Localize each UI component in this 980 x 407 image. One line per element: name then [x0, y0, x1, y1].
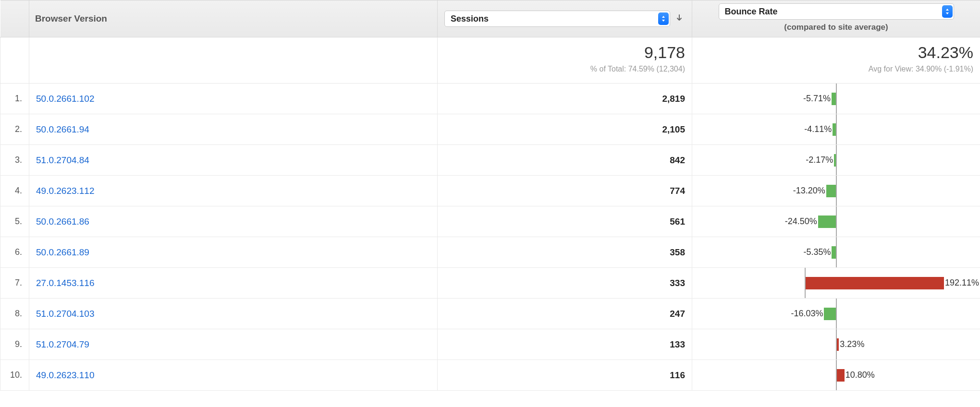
version-link[interactable]: 50.0.2661.102: [36, 94, 95, 104]
delta-label: -24.50%: [784, 216, 818, 227]
summary-bounce-sub: Avg for View: 34.90% (-1.91%): [699, 65, 973, 73]
dimension-label: Browser Version: [35, 13, 107, 24]
summary-sessions-sub: % of Total: 74.59% (12,304): [444, 65, 685, 73]
summary-sessions: 9,178 % of Total: 74.59% (12,304): [438, 37, 692, 84]
version-link[interactable]: 49.0.2623.112: [36, 186, 95, 196]
row-bounce-comparison: -24.50%: [692, 206, 980, 237]
row-index: 1.: [0, 84, 29, 114]
version-link[interactable]: 51.0.2704.79: [36, 339, 89, 349]
row-sessions: 116: [438, 360, 692, 391]
row-index: 2.: [0, 114, 29, 145]
version-link[interactable]: 50.0.2661.89: [36, 247, 89, 257]
row-version: 51.0.2704.84: [29, 145, 438, 176]
table-row: 2.50.0.2661.942,105-4.11%: [0, 114, 980, 145]
delta-bar-negative: [826, 185, 836, 197]
summary-blank: [29, 37, 438, 84]
version-link[interactable]: 50.0.2661.94: [36, 124, 89, 134]
header-blank: [0, 0, 29, 37]
row-version: 50.0.2661.102: [29, 84, 438, 114]
row-version: 27.0.1453.116: [29, 268, 438, 299]
row-index: 9.: [0, 329, 29, 360]
row-sessions: 2,105: [438, 114, 692, 145]
summary-sessions-value: 9,178: [444, 43, 685, 62]
delta-label: 192.11%: [944, 278, 980, 288]
table-row: 9.51.0.2704.791333.23%: [0, 329, 980, 360]
row-version: 50.0.2661.89: [29, 237, 438, 268]
row-version: 50.0.2661.86: [29, 206, 438, 237]
row-bounce-comparison: 3.23%: [692, 329, 980, 360]
summary-bounce-value: 34.23%: [699, 43, 973, 62]
row-index: 10.: [0, 360, 29, 391]
delta-label: -5.35%: [802, 247, 832, 257]
summary-bounce: 34.23% Avg for View: 34.90% (-1.91%): [692, 37, 980, 84]
row-sessions: 561: [438, 206, 692, 237]
row-sessions: 247: [438, 299, 692, 329]
table-row: 6.50.0.2661.89358-5.35%: [0, 237, 980, 268]
report-table: Browser Version Sessions Bounce Rate: [0, 0, 980, 391]
row-version: 49.0.2623.110: [29, 360, 438, 391]
row-index: 3.: [0, 145, 29, 176]
row-version: 51.0.2704.103: [29, 299, 438, 329]
row-bounce-comparison: 192.11%: [692, 268, 980, 299]
row-sessions: 133: [438, 329, 692, 360]
metric2-select[interactable]: Bounce Rate: [719, 3, 954, 20]
row-sessions: 358: [438, 237, 692, 268]
row-sessions: 842: [438, 145, 692, 176]
delta-bar-negative: [818, 215, 836, 228]
delta-bar-positive: [806, 277, 944, 289]
metric1-header: Sessions: [438, 0, 692, 37]
row-bounce-comparison: -5.71%: [692, 84, 980, 114]
row-bounce-comparison: -5.35%: [692, 237, 980, 268]
table-row: 10.49.0.2623.11011610.80%: [0, 360, 980, 391]
row-index: 4.: [0, 176, 29, 206]
row-bounce-comparison: -16.03%: [692, 299, 980, 329]
row-sessions: 333: [438, 268, 692, 299]
row-index: 6.: [0, 237, 29, 268]
delta-bar-negative: [833, 123, 835, 136]
table-row: 5.50.0.2661.86561-24.50%: [0, 206, 980, 237]
table-row: 4.49.0.2623.112774-13.20%: [0, 176, 980, 206]
delta-label: -16.03%: [790, 309, 824, 319]
delta-label: -13.20%: [792, 186, 826, 196]
metric1-select[interactable]: Sessions: [444, 11, 670, 27]
version-link[interactable]: 50.0.2661.86: [36, 216, 89, 227]
row-bounce-comparison: 10.80%: [692, 360, 980, 391]
row-index: 5.: [0, 206, 29, 237]
row-bounce-comparison: -2.17%: [692, 145, 980, 176]
delta-label: -4.11%: [803, 124, 833, 134]
dimension-header[interactable]: Browser Version: [29, 0, 438, 37]
delta-bar-positive: [837, 369, 845, 382]
table-row: 7.27.0.1453.116333192.11%: [0, 268, 980, 299]
sort-descending-icon[interactable]: [675, 14, 683, 24]
row-index: 8.: [0, 299, 29, 329]
row-bounce-comparison: -13.20%: [692, 176, 980, 206]
delta-bar-negative: [824, 308, 835, 320]
delta-label: -5.71%: [802, 94, 832, 104]
version-link[interactable]: 51.0.2704.84: [36, 155, 89, 165]
row-version: 50.0.2661.94: [29, 114, 438, 145]
metric2-selected: Bounce Rate: [725, 7, 938, 17]
table-row: 3.51.0.2704.84842-2.17%: [0, 145, 980, 176]
delta-bar-negative: [834, 154, 835, 167]
metric1-selected: Sessions: [451, 14, 654, 24]
delta-label: 3.23%: [839, 339, 865, 349]
version-link[interactable]: 49.0.2623.110: [36, 370, 95, 380]
table-row: 1.50.0.2661.1022,819-5.71%: [0, 84, 980, 114]
delta-label: 10.80%: [845, 370, 876, 380]
row-sessions: 2,819: [438, 84, 692, 114]
metric2-header: Bounce Rate (compared to site average): [692, 0, 980, 37]
row-index: 7.: [0, 268, 29, 299]
row-bounce-comparison: -4.11%: [692, 114, 980, 145]
row-version: 49.0.2623.112: [29, 176, 438, 206]
select-toggle-icon: [942, 5, 953, 18]
version-link[interactable]: 27.0.1453.116: [36, 278, 95, 288]
summary-blank: [0, 37, 29, 84]
table-row: 8.51.0.2704.103247-16.03%: [0, 299, 980, 329]
table-body: 1.50.0.2661.1022,819-5.71%2.50.0.2661.94…: [0, 84, 980, 391]
row-version: 51.0.2704.79: [29, 329, 438, 360]
delta-label: -2.17%: [805, 155, 834, 165]
version-link[interactable]: 51.0.2704.103: [36, 309, 95, 319]
select-toggle-icon: [658, 12, 669, 25]
comparison-note: (compared to site average): [784, 23, 888, 32]
delta-bar-negative: [832, 93, 836, 105]
